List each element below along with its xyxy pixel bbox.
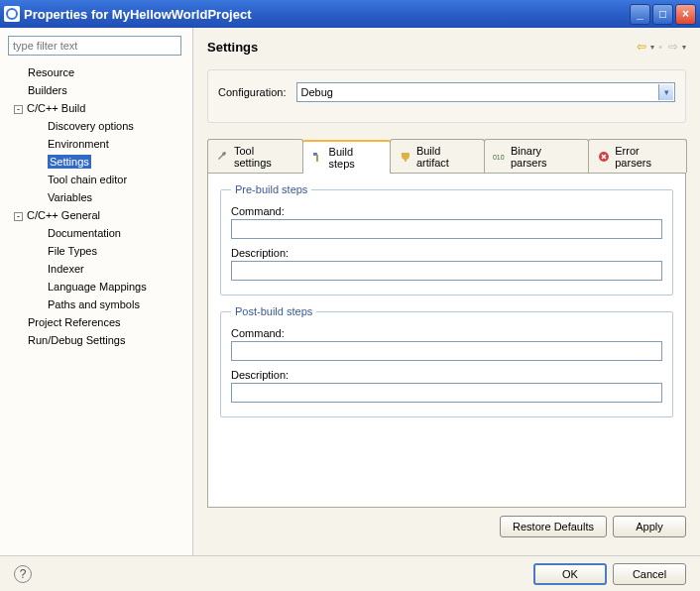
postbuild-desc-label: Description: bbox=[231, 369, 662, 381]
cancel-button[interactable]: Cancel bbox=[613, 563, 686, 585]
svg-point-0 bbox=[7, 9, 17, 19]
tree-item-builders[interactable]: Builders bbox=[8, 81, 184, 99]
sidebar: Resource Builders -C/C++ Build Discovery… bbox=[0, 28, 193, 555]
postbuild-desc-input[interactable] bbox=[231, 383, 662, 403]
binary-icon: 010 bbox=[493, 150, 507, 164]
tree-item-environment[interactable]: Environment bbox=[8, 135, 184, 153]
page-title: Settings bbox=[207, 40, 635, 55]
tree-item-settings[interactable]: Settings bbox=[8, 153, 184, 171]
postbuild-command-label: Command: bbox=[231, 327, 662, 339]
prebuild-command-input[interactable] bbox=[231, 219, 662, 239]
configuration-label: Configuration: bbox=[218, 86, 287, 98]
configuration-select[interactable]: Debug ▾ bbox=[296, 82, 676, 102]
svg-rect-3 bbox=[405, 158, 407, 161]
prebuild-desc-label: Description: bbox=[231, 247, 662, 259]
wrench-icon bbox=[216, 150, 230, 164]
tree-item-indexer[interactable]: Indexer bbox=[8, 260, 184, 278]
titlebar: Properties for MyHellowWorldProject _ □ … bbox=[0, 0, 700, 28]
error-icon bbox=[597, 150, 611, 164]
tab-build-steps[interactable]: Build steps bbox=[302, 140, 391, 174]
app-icon bbox=[4, 6, 20, 22]
tree-item-paths[interactable]: Paths and symbols bbox=[8, 296, 184, 313]
ok-button[interactable]: OK bbox=[533, 563, 607, 585]
restore-defaults-button[interactable]: Restore Defaults bbox=[500, 516, 607, 537]
chevron-down-icon: ▾ bbox=[658, 84, 673, 100]
svg-text:010: 010 bbox=[493, 153, 505, 160]
tree-item-rundebug[interactable]: Run/Debug Settings bbox=[8, 331, 184, 349]
tree-item-ccbuild[interactable]: -C/C++ Build bbox=[8, 99, 184, 117]
tree-item-toolchain[interactable]: Tool chain editor bbox=[8, 171, 184, 188]
tab-error-parsers[interactable]: Error parsers bbox=[588, 139, 687, 173]
tree-item-resource[interactable]: Resource bbox=[8, 63, 184, 81]
collapse-icon[interactable]: - bbox=[14, 105, 23, 114]
hammer-icon bbox=[311, 151, 325, 165]
postbuild-command-input[interactable] bbox=[231, 341, 662, 361]
svg-rect-2 bbox=[316, 155, 318, 162]
configuration-value: Debug bbox=[301, 86, 333, 98]
tree-item-documentation[interactable]: Documentation bbox=[8, 224, 184, 242]
tab-panel-build-steps: Pre-build steps Command: Description: Po… bbox=[207, 174, 686, 508]
postbuild-group: Post-build steps Command: Description: bbox=[220, 305, 673, 417]
maximize-button[interactable]: □ bbox=[652, 4, 673, 25]
apply-button[interactable]: Apply bbox=[613, 516, 686, 537]
prebuild-desc-input[interactable] bbox=[231, 261, 662, 281]
configuration-row: Configuration: Debug ▾ bbox=[207, 69, 686, 123]
trophy-icon bbox=[399, 150, 412, 164]
help-icon[interactable]: ? bbox=[14, 565, 32, 583]
tree-item-projrefs[interactable]: Project References bbox=[8, 313, 184, 331]
footer: ? OK Cancel bbox=[0, 555, 700, 591]
tabs: Tool settings Build steps Build artifact… bbox=[207, 139, 686, 174]
tab-tool-settings[interactable]: Tool settings bbox=[207, 139, 303, 173]
content-panel: Settings ⇦▾ • ⇨▾ Configuration: Debug ▾ … bbox=[193, 28, 700, 555]
tree-item-variables[interactable]: Variables bbox=[8, 188, 184, 206]
prebuild-command-label: Command: bbox=[231, 205, 662, 217]
tree-item-filetypes[interactable]: File Types bbox=[8, 242, 184, 260]
back-icon[interactable]: ⇦ bbox=[635, 38, 648, 56]
back-menu-icon[interactable]: ▾ bbox=[650, 43, 654, 52]
close-button[interactable]: × bbox=[675, 4, 696, 25]
window-title: Properties for MyHellowWorldProject bbox=[24, 7, 630, 22]
tree: Resource Builders -C/C++ Build Discovery… bbox=[8, 63, 184, 349]
prebuild-legend: Pre-build steps bbox=[231, 183, 311, 195]
minimize-button[interactable]: _ bbox=[630, 4, 650, 25]
forward-icon: ⇨ bbox=[666, 38, 680, 56]
postbuild-legend: Post-build steps bbox=[231, 305, 316, 317]
collapse-icon[interactable]: - bbox=[14, 212, 23, 221]
filter-input[interactable] bbox=[8, 36, 181, 56]
prebuild-group: Pre-build steps Command: Description: bbox=[220, 183, 673, 296]
tree-item-discovery[interactable]: Discovery options bbox=[8, 117, 184, 135]
tab-build-artifact[interactable]: Build artifact bbox=[390, 139, 485, 173]
tree-item-langmap[interactable]: Language Mappings bbox=[8, 278, 184, 296]
tree-item-ccgeneral[interactable]: -C/C++ General bbox=[8, 206, 184, 224]
tab-binary-parsers[interactable]: 010 Binary parsers bbox=[484, 139, 589, 173]
forward-menu-icon: ▾ bbox=[682, 43, 686, 52]
